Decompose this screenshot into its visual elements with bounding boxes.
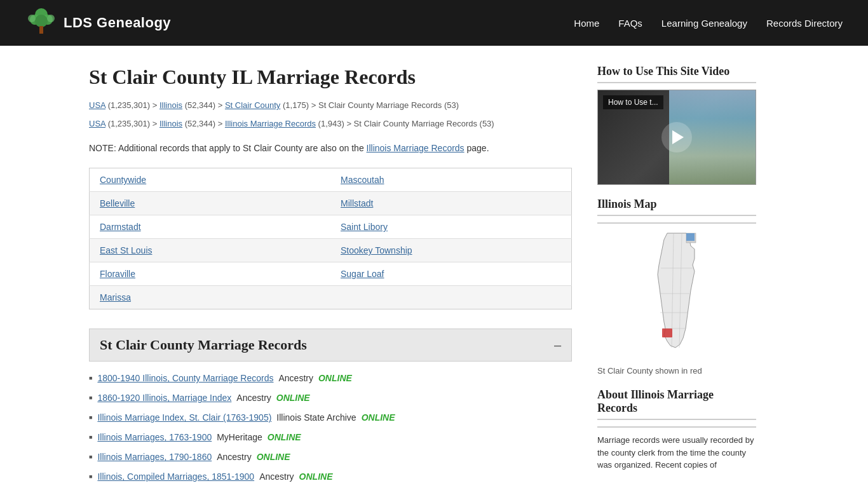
- location-right: Mascoutah: [330, 168, 572, 192]
- nav-learning[interactable]: Learning Genealogy: [661, 15, 747, 32]
- locations-table: CountywideMascoutahBellevilleMillstadtDa…: [89, 168, 572, 309]
- content-wrapper: St Clair County IL Marriage Records USA …: [0, 46, 868, 488]
- nav-faqs[interactable]: FAQs: [618, 15, 642, 32]
- nav-home[interactable]: Home: [574, 15, 599, 32]
- logo-area[interactable]: LDS Genealogy: [25, 7, 171, 39]
- location-right: Saint Libory: [330, 215, 572, 239]
- record-link[interactable]: 1800-1940 Illinois, County Marriage Reco…: [97, 372, 273, 385]
- location-right: Millstadt: [330, 192, 572, 215]
- table-row: CountywideMascoutah: [90, 168, 572, 192]
- breadcrumb-2: USA (1,235,301) > Illinois (52,344) > Il…: [89, 118, 572, 131]
- table-row: East St LouisStookey Township: [90, 239, 572, 262]
- location-link-left[interactable]: Darmstadt: [100, 222, 141, 232]
- breadcrumb-1: USA (1,235,301) > Illinois (52,344) > St…: [89, 99, 572, 112]
- online-badge: ONLINE: [299, 470, 333, 484]
- section-header: St Clair County Marriage Records –: [89, 329, 572, 362]
- illinois-marriage-link[interactable]: Illinois Marriage Records: [367, 143, 465, 153]
- breadcrumb-usa-1[interactable]: USA: [89, 100, 105, 110]
- location-left: Floraville: [90, 262, 331, 286]
- record-link[interactable]: Illinois Marriages, 1790-1860: [97, 451, 212, 464]
- online-badge: ONLINE: [257, 451, 290, 464]
- svg-rect-4: [39, 26, 43, 34]
- video-play-button[interactable]: [661, 122, 692, 152]
- record-link[interactable]: Illinois Marriages, 1763-1900: [97, 431, 212, 444]
- list-item: Illinois Marriages, 1763-1900 MyHeritage…: [89, 431, 572, 444]
- breadcrumb-illinois-2[interactable]: Illinois: [159, 119, 182, 128]
- location-link-left[interactable]: Countywide: [100, 175, 146, 185]
- page-title: St Clair County IL Marriage Records: [89, 65, 572, 89]
- about-section-title: About Illinois Marriage Records: [597, 388, 756, 420]
- location-link-right[interactable]: Sugar Loaf: [341, 269, 384, 279]
- location-link-left[interactable]: Marissa: [100, 292, 131, 302]
- table-row: FloravilleSugar Loaf: [90, 262, 572, 286]
- online-badge: ONLINE: [268, 431, 301, 444]
- record-link[interactable]: 1860-1920 Illinois, Marriage Index: [97, 391, 231, 405]
- nav-records[interactable]: Records Directory: [766, 15, 843, 32]
- breadcrumb-usa-2[interactable]: USA: [89, 119, 105, 128]
- section-title: St Clair County Marriage Records: [100, 337, 307, 353]
- location-left: Belleville: [90, 192, 331, 215]
- video-section-title: How to Use This Site Video: [597, 65, 756, 83]
- collapse-button[interactable]: –: [554, 338, 561, 353]
- location-left: Marissa: [90, 286, 331, 309]
- about-text: Marriage records were usually recorded b…: [597, 434, 756, 471]
- logo-label: LDS Genealogy: [64, 15, 171, 31]
- location-right: [330, 286, 572, 309]
- records-list: 1800-1940 Illinois, County Marriage Reco…: [89, 372, 572, 484]
- location-right: Stookey Township: [330, 239, 572, 262]
- about-section-content: Marriage records were usually recorded b…: [597, 434, 756, 471]
- illinois-map: [597, 230, 756, 360]
- location-left: Countywide: [90, 168, 331, 192]
- online-badge: ONLINE: [362, 411, 395, 424]
- breadcrumb-stclair[interactable]: St Clair County: [225, 100, 280, 110]
- list-item: Illinois, Compiled Marriages, 1851-1900 …: [89, 470, 572, 484]
- location-link-left[interactable]: Belleville: [100, 198, 135, 208]
- list-item: 1860-1920 Illinois, Marriage Index Ances…: [89, 391, 572, 405]
- video-thumbnail[interactable]: How to Use t...: [597, 90, 756, 185]
- breadcrumb-illinois-marriage[interactable]: Illinois Marriage Records: [225, 119, 316, 128]
- table-row: BellevilleMillstadt: [90, 192, 572, 215]
- list-item: Illinois Marriages, 1790-1860 Ancestry O…: [89, 451, 572, 464]
- location-link-left[interactable]: Floraville: [100, 269, 135, 279]
- main-nav: Home FAQs Learning Genealogy Records Dir…: [574, 15, 843, 32]
- online-badge: ONLINE: [318, 372, 352, 385]
- video-label: How to Use t...: [603, 95, 663, 109]
- location-link-right[interactable]: Millstadt: [341, 198, 373, 208]
- table-row: DarmstadtSaint Libory: [90, 215, 572, 239]
- list-item: Illinois Marriage Index, St. Clair (1763…: [89, 411, 572, 424]
- location-link-left[interactable]: East St Louis: [100, 245, 153, 255]
- sidebar: How to Use This Site Video How to Use t.…: [597, 65, 756, 488]
- map-divider: [597, 222, 756, 224]
- location-link-right[interactable]: Stookey Township: [341, 245, 412, 255]
- map-caption: St Clair County shown in red: [597, 366, 756, 376]
- location-right: Sugar Loaf: [330, 262, 572, 286]
- svg-rect-15: [662, 329, 672, 337]
- illinois-map-svg: [597, 230, 756, 357]
- svg-point-3: [35, 15, 48, 27]
- about-divider: [597, 426, 756, 428]
- svg-rect-16: [686, 233, 695, 241]
- record-link[interactable]: Illinois, Compiled Marriages, 1851-1900: [97, 470, 254, 484]
- site-header: LDS Genealogy Home FAQs Learning Genealo…: [0, 0, 868, 46]
- logo-tree-icon: [25, 7, 57, 39]
- map-section-title: Illinois Map: [597, 198, 756, 216]
- location-left: Darmstadt: [90, 215, 331, 239]
- list-item: 1800-1940 Illinois, County Marriage Reco…: [89, 372, 572, 385]
- location-left: East St Louis: [90, 239, 331, 262]
- location-link-right[interactable]: Saint Libory: [341, 222, 388, 232]
- svg-point-5: [28, 15, 36, 22]
- main-content: St Clair County IL Marriage Records USA …: [89, 65, 572, 488]
- note-paragraph: NOTE: Additional records that apply to S…: [89, 141, 572, 155]
- location-link-right[interactable]: Mascoutah: [341, 175, 384, 185]
- breadcrumb-illinois-1[interactable]: Illinois: [159, 100, 182, 110]
- table-row: Marissa: [90, 286, 572, 309]
- record-link[interactable]: Illinois Marriage Index, St. Clair (1763…: [97, 411, 271, 424]
- online-badge: ONLINE: [276, 391, 310, 405]
- svg-point-6: [47, 15, 55, 22]
